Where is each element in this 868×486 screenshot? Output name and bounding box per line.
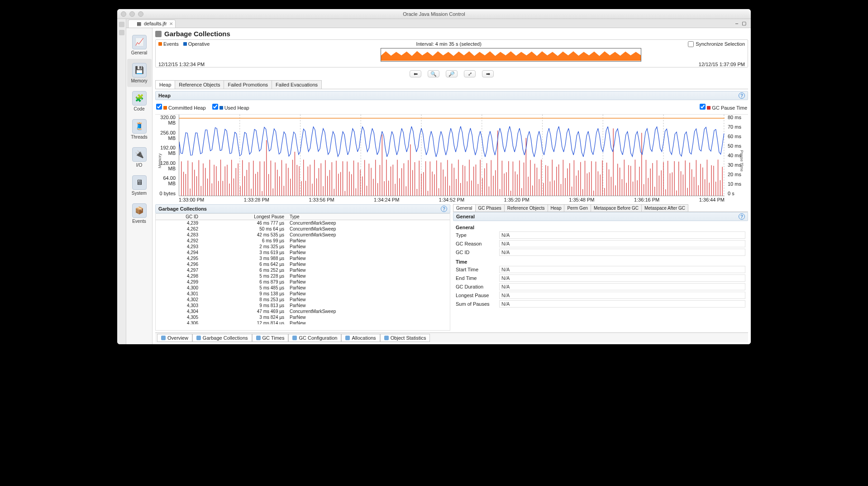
bottom-tab-gc-configuration[interactable]: GC Configuration <box>288 334 341 342</box>
table-row[interactable]: 4,2996 ms 879 µsParNew <box>156 279 450 285</box>
detail-tab-heap[interactable]: Heap <box>548 204 565 212</box>
gutter-icon[interactable] <box>119 30 124 35</box>
io-icon: 🔌 <box>132 147 147 162</box>
detail-section-header: General ? <box>453 212 748 221</box>
nav-back-button[interactable]: ⬅ <box>410 70 421 77</box>
close-icon[interactable] <box>121 11 126 17</box>
tab-failed-evacuations[interactable]: Failed Evacuations <box>272 80 322 89</box>
sync-checkbox[interactable] <box>688 41 694 47</box>
sidebar-item-code[interactable]: 🧩Code <box>127 87 152 115</box>
sidebar-item-label: General <box>131 50 148 55</box>
table-row[interactable]: 4,30447 ms 469 µsConcurrentMarkSweep <box>156 308 450 314</box>
window-title: Oracle Java Mission Control <box>117 11 751 17</box>
interval-overview[interactable] <box>156 48 748 62</box>
detail-tab-reference-objects[interactable]: Reference Objects <box>504 204 548 212</box>
detail-tab-general[interactable]: General <box>453 204 476 212</box>
table-row[interactable]: 4,30612 ms 814 µsParNew <box>156 320 450 324</box>
page-title: Garbage Collections <box>164 30 230 38</box>
help-icon[interactable]: ? <box>441 206 447 212</box>
page-title-row: Garbage Collections <box>155 30 748 38</box>
nav-zoom-out-button[interactable]: 🔎 <box>446 70 458 77</box>
detail-field: End TimeN/A <box>456 274 745 282</box>
table-row[interactable]: 4,2985 ms 228 µsParNew <box>156 273 450 279</box>
maximize-view-icon[interactable]: ▢ <box>742 20 746 26</box>
tab-failed-promotions[interactable]: Failed Promotions <box>224 80 272 89</box>
table-row[interactable]: 4,26250 ms 64 µsConcurrentMarkSweep <box>156 226 450 232</box>
committed-heap-toggle[interactable]: Committed Heap <box>156 104 206 111</box>
detail-tab-perm-gen[interactable]: Perm Gen <box>564 204 591 212</box>
editor-window-controls: – ▢ <box>735 20 751 26</box>
minimize-icon[interactable] <box>129 11 135 17</box>
sidebar-item-events[interactable]: 📦Events <box>127 199 152 227</box>
table-row[interactable]: 4,3019 ms 138 µsParNew <box>156 291 450 297</box>
used-heap-toggle[interactable]: Used Heap <box>212 104 249 111</box>
bottom-tab-allocations[interactable]: Allocations <box>341 334 380 342</box>
bottom-tab-overview[interactable]: Overview <box>157 334 192 342</box>
detail-value: N/A <box>499 274 745 282</box>
bottom-tab-gc-times[interactable]: GC Times <box>252 334 289 342</box>
detail-tab-metaspace-before-gc[interactable]: Metaspace Before GC <box>591 204 642 212</box>
app-window: Oracle Java Mission Control ▦ defaults.j… <box>117 9 751 344</box>
sidebar-item-general[interactable]: 📈General <box>127 31 152 59</box>
sidebar-item-threads[interactable]: 🧵Threads <box>127 115 152 143</box>
minimize-view-icon[interactable]: – <box>735 20 738 26</box>
lower-split: Garbage Collections ? GC ID Longest Paus… <box>155 204 748 331</box>
tab-heap[interactable]: Heap <box>155 80 175 89</box>
sidebar-item-system[interactable]: 🖥System <box>127 171 152 199</box>
table-row[interactable]: 4,3039 ms 813 µsParNew <box>156 303 450 308</box>
trash-icon <box>155 31 162 37</box>
help-icon[interactable]: ? <box>739 213 745 220</box>
col-pause[interactable]: Longest Pause <box>201 214 287 220</box>
table-row[interactable]: 4,2926 ms 99 µsParNew <box>156 238 450 244</box>
table-row[interactable]: 4,2943 ms 619 µsParNew <box>156 250 450 255</box>
help-icon[interactable]: ? <box>739 92 745 99</box>
tab-icon <box>292 336 297 340</box>
table-row[interactable]: 4,2966 ms 642 µsParNew <box>156 261 450 267</box>
nav-forward-button[interactable]: ➡ <box>482 70 494 77</box>
gc-list-panel: Garbage Collections ? GC ID Longest Paus… <box>155 204 450 331</box>
col-gc-id[interactable]: GC ID <box>156 214 201 220</box>
table-row[interactable]: 4,3053 ms 824 µsParNew <box>156 314 450 320</box>
table-row[interactable]: 4,28342 ms 535 µsConcurrentMarkSweep <box>156 232 450 238</box>
code-icon: 🧩 <box>132 91 147 106</box>
col-type[interactable]: Type <box>287 214 450 220</box>
file-tab-label: defaults.jfr <box>144 21 167 26</box>
table-row[interactable]: 4,2932 ms 325 µsParNew <box>156 244 450 250</box>
sidebar-item-memory[interactable]: 💾Memory <box>127 59 152 87</box>
file-tabstrip: ▦ defaults.jfr ✕ – ▢ <box>126 19 751 28</box>
detail-tab-metaspace-after-gc[interactable]: Metaspace After GC <box>641 204 688 212</box>
close-tab-icon[interactable]: ✕ <box>169 21 173 26</box>
zoom-icon[interactable] <box>138 11 143 17</box>
sidebar-item-label: Events <box>132 219 146 224</box>
bottom-tab-garbage-collections[interactable]: Garbage Collections <box>192 334 252 342</box>
interval-selection[interactable] <box>381 48 641 62</box>
table-row[interactable]: 4,3028 ms 253 µsParNew <box>156 297 450 303</box>
nav-select-button[interactable]: ⤢ <box>464 70 476 77</box>
detail-tab-gc-phases[interactable]: GC Phases <box>475 204 505 212</box>
gc-pause-toggle[interactable]: GC Pause Time <box>700 104 747 111</box>
bottom-tab-object-statistics[interactable]: Object Statistics <box>380 334 430 342</box>
gutter-icon[interactable] <box>119 22 124 27</box>
table-row[interactable]: 4,23946 ms 777 µsConcurrentMarkSweep <box>156 220 450 226</box>
heap-chart[interactable]: Memory Pause Time 320.00 MB256.00 MB192.… <box>155 114 748 202</box>
detail-field: Longest PauseN/A <box>456 292 745 299</box>
tab-reference-objects[interactable]: Reference Objects <box>175 80 224 89</box>
table-row[interactable]: 4,2976 ms 252 µsParNew <box>156 267 450 273</box>
sync-selection[interactable]: Synchronize Selection <box>688 41 745 47</box>
table-row[interactable]: 4,2953 ms 988 µsParNew <box>156 255 450 261</box>
file-tab[interactable]: ▦ defaults.jfr ✕ <box>128 19 176 28</box>
detail-field: TypeN/A <box>456 231 745 239</box>
bottom-tabstrip: OverviewGarbage CollectionsGC TimesGC Co… <box>155 332 748 342</box>
gc-table-body[interactable]: 4,23946 ms 777 µsConcurrentMarkSweep4,26… <box>156 220 450 324</box>
legend-operative: Operative <box>183 41 210 47</box>
chart-plot[interactable] <box>179 115 725 196</box>
sidebar-item-io[interactable]: 🔌I/O <box>127 143 152 171</box>
detail-value: N/A <box>499 249 745 256</box>
detail-value: N/A <box>499 231 745 239</box>
table-row[interactable]: 4,3005 ms 485 µsParNew <box>156 285 450 291</box>
page-content: 📈General💾Memory🧩Code🧵Threads🔌I/O🖥System📦… <box>126 28 751 344</box>
sidebar-item-label: I/O <box>136 163 142 168</box>
nav-zoom-in-button[interactable]: 🔍 <box>428 70 439 77</box>
window-controls[interactable] <box>121 11 143 17</box>
interval-start: 12/12/15 1:32:34 PM <box>158 62 205 67</box>
